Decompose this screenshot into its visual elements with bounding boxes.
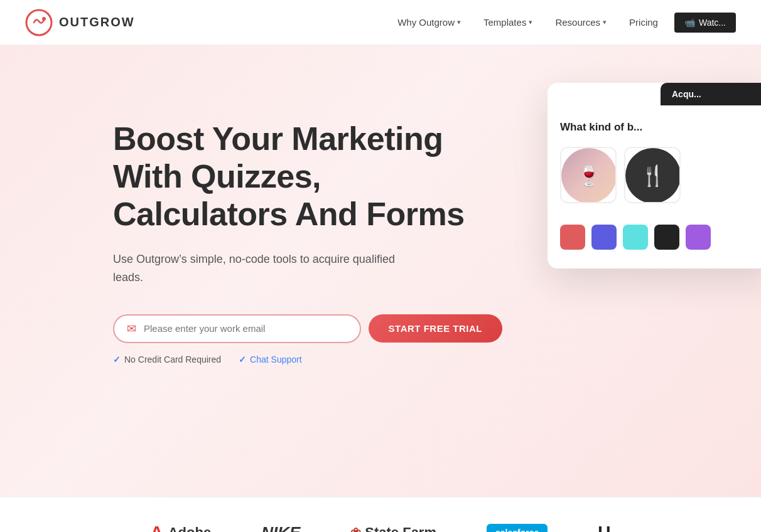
email-input[interactable] (144, 323, 347, 334)
card-color-swatches (560, 218, 761, 256)
navigation: OUTGROW Why Outgrow ▾ Templates ▾ Resour… (0, 0, 761, 45)
chat-support-badge: ✓ Chat Support (239, 354, 302, 364)
statefarm-icon: ❀ (350, 525, 361, 532)
brand-statefarm: ❀ State Farm (350, 524, 436, 532)
hero-demo-card: Acqu... What kind of b... 🍷 🍴 (548, 83, 761, 269)
card-option-dark[interactable]: 🍴 (624, 147, 681, 203)
check-icon: ✓ (113, 354, 121, 364)
chevron-down-icon: ▾ (529, 18, 532, 26)
no-credit-card-badge: ✓ No Credit Card Required (113, 354, 221, 364)
hero-content: Boost Your Marketing With Quizzes, Calcu… (113, 95, 502, 364)
brand-salesforce: salesforce (487, 524, 548, 532)
email-form: ✉ START FREE TRIAL (113, 314, 502, 343)
adobe-label: Adobe (168, 524, 211, 532)
adobe-icon: A (150, 523, 163, 532)
nav-item-templates[interactable]: Templates ▾ (475, 12, 541, 33)
dark-option-image: 🍴 (625, 148, 681, 203)
nav-item-resources[interactable]: Resources ▾ (546, 12, 615, 33)
logo-text: OUTGROW (59, 15, 135, 29)
drink-image: 🍷 (561, 148, 617, 203)
logo-icon (25, 9, 53, 36)
watch-demo-button[interactable]: 📹 Watc... (674, 13, 736, 33)
hero-title: Boost Your Marketing With Quizzes, Calcu… (113, 120, 502, 233)
color-swatch-red[interactable] (560, 225, 585, 250)
brand-u: U (598, 523, 610, 532)
card-options: 🍷 🍴 (560, 147, 761, 203)
nav-links: Why Outgrow ▾ Templates ▾ Resources ▾ Pr… (389, 12, 667, 33)
nav-link-templates[interactable]: Templates ▾ (475, 12, 541, 33)
card-top-bar: Acqu... (661, 83, 761, 105)
card-question: What kind of b... (560, 120, 761, 134)
start-trial-button[interactable]: START FREE TRIAL (369, 314, 502, 343)
hero-subtitle: Use Outgrow’s simple, no-code tools to a… (113, 250, 427, 287)
card-body: What kind of b... 🍷 🍴 (548, 105, 761, 269)
nike-label: NIKE (261, 523, 300, 533)
brand-adobe: A Adobe (150, 523, 211, 532)
nav-item-why-outgrow[interactable]: Why Outgrow ▾ (389, 12, 470, 33)
nav-link-why-outgrow[interactable]: Why Outgrow ▾ (389, 12, 470, 33)
logo[interactable]: OUTGROW (25, 9, 135, 36)
nav-link-pricing[interactable]: Pricing (620, 12, 667, 33)
hero-section: Boost Your Marketing With Quizzes, Calcu… (0, 45, 761, 497)
chat-support-link[interactable]: Chat Support (250, 354, 302, 364)
nav-item-pricing[interactable]: Pricing (620, 12, 667, 33)
video-icon: 📹 (684, 18, 695, 28)
card-option-drink[interactable]: 🍷 (560, 147, 617, 203)
check-icon: ✓ (239, 354, 246, 364)
statefarm-label: State Farm (365, 524, 436, 532)
brands-section: A Adobe NIKE ❀ State Farm salesforce U (0, 497, 761, 532)
color-swatch-black[interactable] (654, 225, 679, 250)
brand-nike: NIKE (261, 523, 300, 533)
nav-link-resources[interactable]: Resources ▾ (546, 12, 615, 33)
chevron-down-icon: ▾ (603, 18, 607, 26)
color-swatch-cyan[interactable] (623, 225, 648, 250)
email-icon: ✉ (127, 322, 136, 336)
svg-point-1 (42, 17, 46, 21)
brand-u-label: U (598, 523, 610, 532)
chevron-down-icon: ▾ (457, 18, 461, 26)
email-input-wrapper[interactable]: ✉ (113, 314, 361, 343)
salesforce-label: salesforce (487, 524, 548, 532)
color-swatch-blue[interactable] (591, 225, 617, 250)
color-swatch-purple[interactable] (686, 225, 711, 250)
hero-badges: ✓ No Credit Card Required ✓ Chat Support (113, 354, 502, 364)
